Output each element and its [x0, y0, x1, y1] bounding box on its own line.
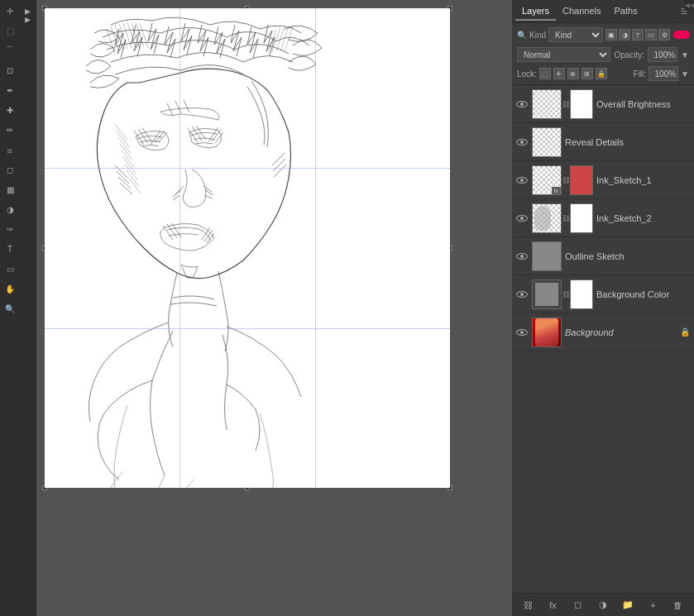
chain-icon-background-color: ⛓ [562, 290, 569, 298]
filter-row: 🔍 Kind Kind Name Effect Mode Attribute C… [517, 26, 689, 43]
canvas-wrapper [45, 8, 450, 488]
canvas-area: ◀◀ [20, 0, 512, 616]
delete-layer-button[interactable]: 🗑 [670, 597, 687, 614]
lock-row: Lock: ⬚ ✛ ⊕ ⊞ 🔒 Fill: ▼ [517, 66, 689, 81]
layer-eye-ink-sketch-1[interactable] [515, 174, 529, 187]
lock-position-icon[interactable]: ⊕ [567, 68, 579, 79]
layer-overall-brightness[interactable]: ⛓ Overall Brightness [512, 85, 694, 123]
panel-tabs: Layers Channels Paths ☰ [512, 0, 694, 23]
svg-rect-0 [45, 8, 450, 488]
blend-mode-row: Normal Dissolve Multiply Screen Overlay … [517, 46, 689, 63]
filter-smart-icon[interactable]: ⚙ [658, 29, 670, 41]
filter-toggle[interactable] [673, 31, 690, 39]
layer-locked-icon: 🔒 [679, 327, 691, 338]
blend-mode-select[interactable]: Normal Dissolve Multiply Screen Overlay … [517, 47, 610, 62]
new-group-button[interactable]: 📁 [620, 597, 636, 614]
panel-collapse-icon[interactable]: ◀◀ [24, 8, 32, 25]
tool-pen[interactable]: ✑ [2, 222, 17, 236]
sketch-drawing [45, 8, 450, 488]
layer-eye-outline-sketch[interactable] [515, 250, 529, 263]
add-style-button[interactable]: fx [544, 597, 561, 614]
layer-name-background: Background [565, 327, 676, 337]
layer-thumb-bg-color-main [532, 279, 562, 309]
fill-input[interactable] [649, 66, 678, 81]
layer-reveal-details[interactable]: Reveal Details [512, 123, 694, 161]
layer-background-color[interactable]: ⛓ Background Color [512, 275, 694, 313]
new-adjustment-button[interactable]: ◑ [595, 597, 611, 614]
layer-thumbs-background [532, 318, 562, 347]
lock-pixel-icon[interactable]: ⬚ [539, 68, 551, 79]
opacity-input[interactable] [648, 47, 677, 62]
mask-thumb-overall-brightness [570, 89, 593, 119]
tab-layers[interactable]: Layers [515, 2, 556, 21]
opacity-label: Opacity: [614, 50, 644, 60]
tool-move[interactable]: ✛ [2, 3, 17, 18]
tab-channels[interactable]: Channels [556, 2, 607, 21]
new-layer-button[interactable]: + [645, 597, 662, 614]
tool-lasso[interactable]: ⌒ [2, 43, 17, 58]
layer-thumbs-background-color: ⛓ [532, 279, 593, 309]
add-mask-button[interactable]: ◻ [570, 597, 586, 614]
mask-thumb-ink-sketch-1 [570, 165, 593, 195]
layer-eye-background[interactable] [515, 326, 529, 339]
chain-icon-ink-sketch-1: ⛓ [562, 176, 569, 184]
lock-move-icon[interactable]: ✛ [553, 68, 565, 79]
tool-dodge[interactable]: ◑ [2, 202, 17, 217]
filter-pixel-icon[interactable]: ▣ [605, 29, 617, 41]
tool-marquee[interactable]: ⬚ [2, 23, 17, 38]
filter-adjustment-icon[interactable]: ◑ [619, 29, 630, 41]
panel-collapse-button[interactable]: ◀◀ [684, 0, 694, 11]
thumb-shape [534, 206, 551, 231]
filter-shape-icon[interactable]: ▭ [645, 29, 657, 41]
mask-thumb-ink-sketch-2 [570, 203, 593, 233]
tab-paths[interactable]: Paths [608, 2, 644, 21]
filter-type-icon[interactable]: T [632, 29, 644, 41]
layer-name-reveal-details: Reveal Details [565, 137, 691, 147]
tool-shape[interactable]: ▭ [2, 261, 17, 276]
tool-eraser[interactable]: ◻ [2, 162, 17, 177]
layer-background[interactable]: Background 🔒 [512, 313, 694, 351]
tool-hand[interactable]: ✋ [2, 281, 17, 296]
tool-heal[interactable]: ✚ [2, 103, 17, 117]
kind-select[interactable]: Kind Name Effect Mode Attribute Color [548, 27, 603, 42]
layer-thumb-reveal-details [532, 127, 562, 157]
layer-thumb-background [532, 318, 562, 347]
layer-eye-background-color[interactable] [515, 288, 529, 301]
right-panel: ◀◀ Layers Channels Paths ☰ 🔍 Kind Kind N… [512, 0, 694, 616]
layer-thumb-outline-sketch [532, 241, 562, 271]
layer-name-ink-sketch-1: Ink_Sketch_1 [596, 175, 691, 185]
layer-thumbs-outline-sketch [532, 241, 562, 271]
layer-thumbs-overall-brightness: ⛓ [532, 89, 593, 119]
layer-name-ink-sketch-2: Ink_Sketch_2 [596, 213, 691, 223]
opacity-dropdown-icon[interactable]: ▼ [681, 50, 689, 60]
tool-eyedropper[interactable]: ✒ [2, 83, 17, 98]
mask-thumb-background-color [570, 279, 593, 309]
tool-text[interactable]: T [2, 241, 17, 256]
layer-thumb-ink-sketch-1: fx [532, 165, 562, 195]
layer-outline-sketch[interactable]: Outline Sketch [512, 237, 694, 275]
chain-icon-ink-sketch-2: ⛓ [562, 214, 569, 222]
tool-gradient[interactable]: ▦ [2, 182, 17, 197]
kind-label: Kind [529, 31, 546, 40]
filter-icons: ▣ ◑ T ▭ ⚙ [605, 29, 690, 41]
link-layers-button[interactable]: ⛓ [519, 597, 536, 614]
lock-artboard-icon[interactable]: ⊞ [582, 68, 593, 79]
layer-ink-sketch-2[interactable]: ⛓ Ink_Sketch_2 [512, 199, 694, 237]
tool-clone[interactable]: ⎄ [2, 142, 17, 157]
chain-icon-overall-brightness: ⛓ [562, 100, 569, 108]
canvas-left-panel: ◀◀ [20, 0, 36, 616]
layer-name-background-color: Background Color [596, 289, 691, 299]
layer-eye-overall-brightness[interactable] [515, 98, 529, 111]
layer-ink-sketch-1[interactable]: fx ⛓ Ink_Sketch_1 [512, 161, 694, 199]
panel-bottom: ⛓ fx ◻ ◑ 📁 + 🗑 [512, 593, 694, 616]
layer-eye-ink-sketch-2[interactable] [515, 212, 529, 225]
layer-thumb-ink-sketch-2 [532, 203, 562, 233]
tool-zoom[interactable]: 🔍 [2, 301, 17, 316]
tool-crop[interactable]: ⊡ [2, 63, 17, 78]
lock-all-icon[interactable]: 🔒 [596, 68, 607, 79]
fill-dropdown-icon[interactable]: ▼ [681, 69, 689, 79]
fx-badge: fx [552, 187, 561, 194]
tool-brush[interactable]: ✏ [2, 122, 17, 137]
layer-eye-reveal-details[interactable] [515, 136, 529, 149]
layer-name-outline-sketch: Outline Sketch [565, 251, 691, 261]
